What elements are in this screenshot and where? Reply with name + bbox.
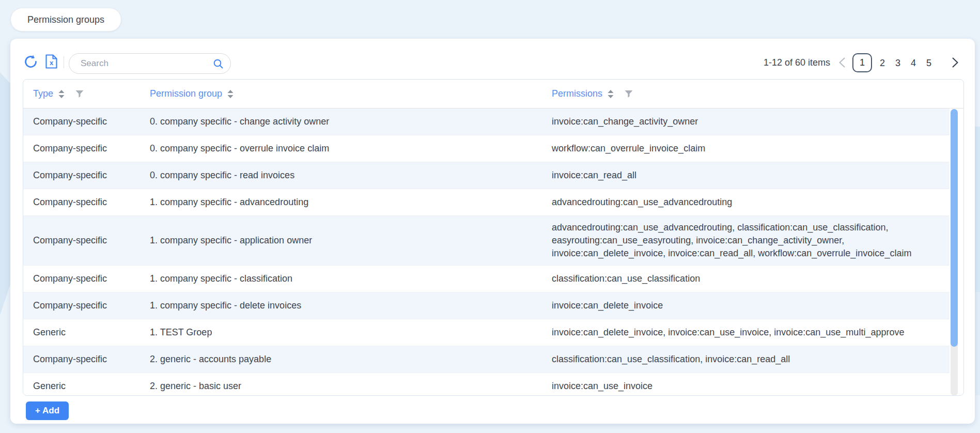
pagination-summary: 1-12 of 60 items: [764, 57, 830, 68]
cell-permission-group: 0. company specific - overrule invoice c…: [140, 135, 542, 162]
page-button-current[interactable]: 1: [852, 53, 872, 72]
cell-type: Generic: [23, 373, 140, 396]
cell-permissions: invoice:can_use_invoice: [542, 373, 950, 396]
content-card: x 1-12 of 60 items 12345 Type: [10, 39, 975, 424]
cell-permissions: invoice:can_read_all: [542, 162, 950, 189]
table-row[interactable]: Company-specific 0. company specific - c…: [23, 109, 950, 135]
sort-carets-icon: [58, 89, 65, 99]
cell-type: Company-specific: [23, 346, 140, 373]
table-body: Company-specific 0. company specific - c…: [23, 109, 950, 396]
cell-type: Company-specific: [23, 216, 140, 265]
filter-funnel-icon[interactable]: [624, 90, 633, 98]
cell-type: Company-specific: [23, 292, 140, 319]
cell-permissions: invoice:can_delete_invoice: [542, 292, 950, 319]
chevron-left-icon[interactable]: [838, 57, 846, 68]
permission-groups-tab[interactable]: Permission groups: [10, 8, 121, 32]
cell-permission-group: 1. company specific - delete invoices: [140, 292, 542, 319]
add-button[interactable]: + Add: [26, 401, 69, 420]
cell-permissions: advancedrouting:can_use_advancedrouting,…: [542, 216, 950, 265]
cell-permission-group: 2. generic - basic user: [140, 373, 542, 396]
table-row[interactable]: Company-specific 1. company specific - a…: [23, 189, 950, 216]
column-header-permission-group[interactable]: Permission group: [140, 88, 542, 99]
cell-permission-group: 1. TEST Groep: [140, 319, 542, 346]
column-header-type[interactable]: Type: [23, 88, 140, 99]
table-row[interactable]: Generic 1. TEST Groep invoice:can_delete…: [23, 319, 950, 346]
page-button[interactable]: 2: [875, 58, 890, 69]
column-label: Type: [33, 88, 53, 99]
cell-permissions: classification:can_use_classification: [542, 266, 950, 292]
cell-permissions: classification:can_use_classification, i…: [542, 346, 950, 373]
table-row[interactable]: Company-specific 0. company specific - o…: [23, 135, 950, 162]
cell-permission-group: 0. company specific - read invoices: [140, 162, 542, 189]
cell-permission-group: 0. company specific - change activity ow…: [140, 109, 542, 135]
cell-permission-group: 1. company specific - application owner: [140, 216, 542, 265]
chevron-right-icon[interactable]: [952, 57, 959, 68]
page-button[interactable]: 3: [890, 58, 906, 69]
table-row[interactable]: Company-specific 1. company specific - a…: [23, 216, 950, 266]
table-row[interactable]: Company-specific 0. company specific - r…: [23, 162, 950, 189]
table-header-row: Type Permission group Permissions: [23, 80, 963, 109]
cell-type: Company-specific: [23, 266, 140, 292]
cell-permission-group: 1. company specific - classification: [140, 266, 542, 292]
permission-groups-table: Type Permission group Permissions: [23, 79, 964, 396]
cell-type: Company-specific: [23, 109, 140, 135]
table-row[interactable]: Generic 2. generic - basic user invoice:…: [23, 373, 950, 396]
sort-carets-icon: [227, 89, 234, 99]
cell-permissions: workflow:can_overrule_invoice_claim: [542, 135, 950, 162]
column-label: Permission group: [150, 88, 222, 99]
column-label: Permissions: [552, 88, 602, 99]
cell-type: Generic: [23, 319, 140, 346]
filter-funnel-icon[interactable]: [75, 90, 84, 98]
pagination: 1-12 of 60 items 12345: [10, 39, 975, 78]
cell-permission-group: 1. company specific - advancedrouting: [140, 189, 542, 215]
scrollbar-thumb[interactable]: [951, 109, 958, 347]
page-button[interactable]: 5: [921, 58, 937, 69]
cell-type: Company-specific: [23, 135, 140, 162]
page-button[interactable]: 4: [906, 58, 921, 69]
table-row[interactable]: Company-specific 2. generic - accounts p…: [23, 346, 950, 373]
cell-permissions: advancedrouting:can_use_advancedrouting: [542, 189, 950, 215]
column-header-permissions[interactable]: Permissions: [542, 88, 963, 99]
cell-permissions: invoice:can_change_activity_owner: [542, 109, 950, 135]
cell-permission-group: 2. generic - accounts payable: [140, 346, 542, 373]
cell-type: Company-specific: [23, 162, 140, 189]
table-row[interactable]: Company-specific 1. company specific - d…: [23, 292, 950, 319]
background-shape: [0, 72, 11, 315]
tab-label: Permission groups: [27, 14, 104, 25]
cell-permissions: invoice:can_delete_invoice, invoice:can_…: [542, 319, 950, 346]
cell-type: Company-specific: [23, 189, 140, 215]
sort-carets-icon: [607, 89, 614, 99]
table-row[interactable]: Company-specific 1. company specific - c…: [23, 266, 950, 292]
